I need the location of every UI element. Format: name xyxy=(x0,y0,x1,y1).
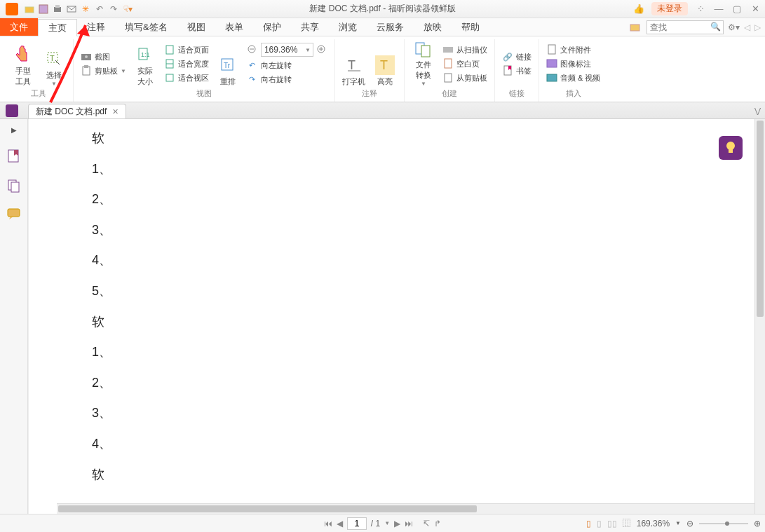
hand-qat-icon[interactable]: ☟▾ xyxy=(122,4,133,15)
first-page-icon[interactable]: ⏮ xyxy=(324,519,332,528)
reflow-button[interactable]: Tr 重排 xyxy=(215,39,241,88)
link-button[interactable]: 🔗链接 xyxy=(501,50,533,63)
tab-label: 新建 DOC 文档.pdf xyxy=(36,106,107,118)
zoom-slider[interactable] xyxy=(699,521,748,526)
redo-icon[interactable]: ↷ xyxy=(108,4,119,15)
bookmark-button[interactable]: 书签 xyxy=(501,64,533,77)
view-facing-icon[interactable]: ▯▯ xyxy=(607,519,617,528)
view-continuous-icon[interactable]: ▯ xyxy=(597,519,602,528)
blank-page-button[interactable]: 空白页 xyxy=(441,57,489,70)
menu-file[interactable]: 文件 xyxy=(0,18,38,36)
group-label-insert: 插入 xyxy=(566,88,581,100)
open-icon[interactable] xyxy=(24,4,35,15)
svg-text:Tr: Tr xyxy=(224,62,231,69)
menu-browse[interactable]: 浏览 xyxy=(329,18,367,36)
last-page-icon[interactable]: ⏭ xyxy=(405,519,413,528)
menu-annot[interactable]: 注释 xyxy=(77,18,115,36)
rotate-right-button[interactable]: ↷向右旋转 xyxy=(245,73,329,86)
rotate-left-button[interactable]: ↶向左旋转 xyxy=(245,59,329,71)
grid-icon[interactable]: ⁘ xyxy=(695,4,706,14)
image-note-button[interactable]: 图像标注 xyxy=(545,57,602,70)
view-single-icon[interactable]: ▯ xyxy=(586,519,591,528)
typewriter-button[interactable]: T 打字机 xyxy=(341,39,367,88)
prev-page-icon[interactable]: ◀ xyxy=(337,519,343,528)
zoom-in-icon[interactable] xyxy=(316,44,327,55)
undo-icon[interactable]: ↶ xyxy=(94,4,105,15)
bookmark-panel-icon[interactable] xyxy=(7,149,21,163)
snapshot-button[interactable]: 截图 xyxy=(79,50,128,63)
svg-rect-31 xyxy=(547,74,557,81)
attachment-button[interactable]: 文件附件 xyxy=(545,43,602,56)
menu-form[interactable]: 表单 xyxy=(215,18,253,36)
hand-tool-button[interactable]: 手型 工具 xyxy=(10,39,36,88)
zoom-in-status-icon[interactable]: ⊕ xyxy=(754,519,761,528)
mail-icon[interactable] xyxy=(66,4,77,15)
close-icon[interactable]: ✕ xyxy=(750,4,761,14)
menu-help[interactable]: 帮助 xyxy=(452,18,489,36)
nav-back-icon[interactable]: ↸ xyxy=(423,519,430,528)
collapse-ribbon-icon[interactable]: ⋁ xyxy=(754,107,761,116)
svg-point-9 xyxy=(85,55,88,58)
minimize-icon[interactable]: — xyxy=(713,4,724,14)
menu-cloud[interactable]: 云服务 xyxy=(367,18,414,36)
side-panel: ▶ xyxy=(0,119,28,514)
window-title: 新建 DOC 文档.pdf - 福昕阅读器领鲜版 xyxy=(309,3,455,15)
next-find-icon[interactable]: ▷ xyxy=(754,22,761,32)
select-tool-button[interactable]: T 选择▼ xyxy=(41,39,67,88)
horizontal-scrollbar[interactable] xyxy=(57,503,754,514)
svg-rect-11 xyxy=(84,65,88,68)
document-view[interactable]: 软1、2、3、4、5、软1、2、3、4、软 xyxy=(28,119,765,514)
menu-share[interactable]: 共享 xyxy=(291,18,329,36)
svg-rect-16 xyxy=(166,74,173,81)
svg-rect-5 xyxy=(630,25,639,31)
fit-page-button[interactable]: 适合页面 xyxy=(163,43,210,56)
convert-button[interactable]: 文件 转换▼ xyxy=(410,39,437,88)
comments-panel-icon[interactable] xyxy=(7,208,21,222)
from-scanner-button[interactable]: 从扫描仪 xyxy=(441,43,489,56)
clipboard-button[interactable]: 剪贴板▼ xyxy=(79,64,128,77)
zoom-menu-icon[interactable]: ▼ xyxy=(675,520,681,526)
settings-icon[interactable]: ⚙▾ xyxy=(728,22,740,32)
audio-video-button[interactable]: 音频 & 视频 xyxy=(545,71,602,84)
highlight-button[interactable]: T 高亮 xyxy=(372,39,398,88)
thumbsup-icon[interactable]: 👍 xyxy=(633,4,644,14)
actual-size-button[interactable]: 1:1 实际 大小 xyxy=(132,39,158,88)
zoom-out-icon[interactable] xyxy=(247,44,258,55)
folder-search-icon[interactable] xyxy=(630,22,642,33)
zoom-input[interactable]: 169.36%▼ xyxy=(261,43,313,57)
save-icon[interactable] xyxy=(38,4,49,15)
svg-rect-37 xyxy=(729,149,733,153)
pages-panel-icon[interactable] xyxy=(7,179,21,193)
search-icon[interactable]: 🔍 xyxy=(710,22,721,32)
zoom-out-status-icon[interactable]: ⊖ xyxy=(686,519,693,528)
from-clipboard-button[interactable]: 从剪贴板 xyxy=(441,71,489,84)
vertical-scrollbar[interactable] xyxy=(754,119,765,514)
group-label-tools: 工具 xyxy=(31,88,46,100)
menu-slide[interactable]: 放映 xyxy=(414,18,452,36)
menu-home[interactable]: 主页 xyxy=(38,19,77,36)
document-tab[interactable]: 新建 DOC 文档.pdf ✕ xyxy=(28,104,126,118)
status-zoom: 169.36% xyxy=(637,519,670,528)
expand-panel-icon[interactable]: ▶ xyxy=(11,126,17,134)
svg-text:1:1: 1:1 xyxy=(141,51,150,58)
tab-close-icon[interactable]: ✕ xyxy=(112,107,119,116)
fit-view-button[interactable]: 适合视区 xyxy=(163,71,210,84)
view-cont-facing-icon[interactable]: ⿲ xyxy=(623,519,631,528)
svg-text:T: T xyxy=(348,58,356,72)
maximize-icon[interactable]: ▢ xyxy=(731,4,743,14)
menu-protect[interactable]: 保护 xyxy=(253,18,291,36)
next-page-icon[interactable]: ▶ xyxy=(394,519,400,528)
page-dropdown-icon[interactable]: ▼ xyxy=(384,520,390,526)
tips-bulb-icon[interactable] xyxy=(719,136,743,160)
svg-rect-14 xyxy=(166,46,173,54)
nav-fwd-icon[interactable]: ↱ xyxy=(434,519,441,528)
page-number-input[interactable] xyxy=(347,517,367,530)
menu-view[interactable]: 视图 xyxy=(177,18,215,36)
prev-find-icon[interactable]: ◁ xyxy=(744,22,750,32)
menu-fill[interactable]: 填写&签名 xyxy=(115,18,177,36)
fit-width-button[interactable]: 适合宽度 xyxy=(163,57,210,70)
new-icon[interactable]: ✳ xyxy=(80,4,91,15)
print-icon[interactable] xyxy=(52,4,63,15)
svg-rect-35 xyxy=(8,209,20,217)
login-pill[interactable]: 未登录 xyxy=(651,2,688,15)
